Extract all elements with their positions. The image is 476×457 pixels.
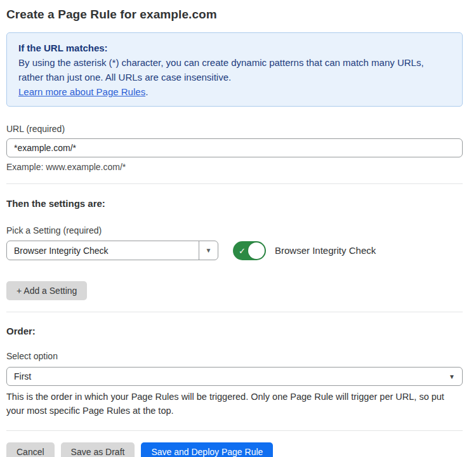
pick-setting-label: Pick a Setting (required) — [6, 225, 463, 235]
add-setting-button[interactable]: + Add a Setting — [6, 281, 87, 300]
url-field-label: URL (required) — [6, 124, 463, 134]
footer-actions: Cancel Save as Draft Save and Deploy Pag… — [6, 442, 463, 457]
url-match-info-box: If the URL matches: By using the asteris… — [6, 32, 463, 107]
setting-row: Browser Integrity Check ▼ ✓ Browser Inte… — [6, 241, 463, 260]
toggle-label: Browser Integrity Check — [275, 245, 376, 256]
divider — [6, 430, 463, 431]
page-title: Create a Page Rule for example.com — [6, 8, 463, 22]
setting-select-arrow-button[interactable]: ▼ — [199, 241, 218, 260]
chevron-down-icon: ▼ — [449, 373, 455, 380]
url-input[interactable] — [6, 138, 463, 157]
toggle-wrap: ✓ Browser Integrity Check — [233, 241, 376, 260]
save-as-draft-button[interactable]: Save as Draft — [61, 442, 135, 457]
save-and-deploy-button[interactable]: Save and Deploy Page Rule — [141, 442, 273, 457]
toggle-knob — [248, 242, 265, 259]
order-select[interactable]: First ▼ — [6, 367, 463, 386]
url-field-hint: Example: www.example.com/* — [6, 162, 463, 172]
order-select-value: First — [14, 371, 449, 381]
cancel-button[interactable]: Cancel — [6, 442, 55, 457]
browser-integrity-check-toggle[interactable]: ✓ — [233, 241, 266, 260]
create-page-rule-panel: Create a Page Rule for example.com If th… — [0, 0, 476, 457]
order-help-text: This is the order in which your Page Rul… — [6, 390, 463, 418]
divider — [6, 312, 463, 312]
info-box-body: By using the asterisk (*) character, you… — [18, 55, 451, 84]
setting-select[interactable]: Browser Integrity Check ▼ — [6, 241, 218, 260]
order-section-heading: Order: — [6, 326, 463, 336]
settings-section-heading: Then the settings are: — [6, 198, 463, 209]
chevron-down-icon: ▼ — [206, 247, 212, 254]
setting-select-value: Browser Integrity Check — [7, 241, 199, 260]
link-suffix: . — [145, 86, 148, 97]
info-box-heading: If the URL matches: — [18, 41, 451, 55]
check-icon: ✓ — [239, 246, 246, 255]
order-select-label: Select option — [6, 351, 463, 361]
divider — [6, 183, 463, 184]
learn-more-link[interactable]: Learn more about Page Rules — [18, 86, 145, 97]
info-box-link-line: Learn more about Page Rules. — [18, 84, 451, 99]
